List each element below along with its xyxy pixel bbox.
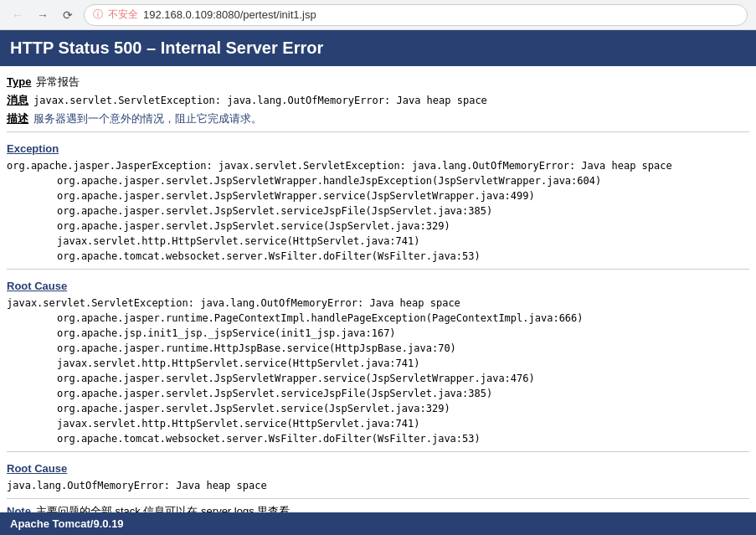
page-header: HTTP Status 500 – Internal Server Error <box>0 30 756 66</box>
exception-line-5: javax.servlet.http.HttpServlet.service(H… <box>7 234 749 249</box>
rc1-line-8: javax.servlet.http.HttpServlet.service(H… <box>7 416 749 431</box>
rc1-line-3: org.apache.jasper.runtime.HttpJspBase.se… <box>7 341 749 356</box>
exception-stacktrace: org.apache.jasper.JasperException: javax… <box>7 158 749 264</box>
exception-heading: Exception <box>7 142 59 155</box>
exception-line-2: org.apache.jasper.servlet.JspServletWrap… <box>7 188 749 203</box>
security-icon: ⓘ <box>93 8 103 22</box>
rc1-line-1: org.apache.jasper.runtime.PageContextImp… <box>7 311 749 326</box>
content-area: Type 异常报告 消息 javax.servlet.ServletExcept… <box>0 73 756 532</box>
exception-line-1: org.apache.jasper.servlet.JspServletWrap… <box>7 173 749 188</box>
footer-bar: Apache Tomcat/9.0.19 <box>0 512 756 532</box>
type-value: 异常报告 <box>36 75 80 90</box>
rc1-line-2: org.apache.jsp.init1_jsp._jspService(ini… <box>7 326 749 341</box>
root-cause-1-stacktrace: javax.servlet.ServletException: java.lan… <box>7 296 749 446</box>
rc1-line-0: javax.servlet.ServletException: java.lan… <box>7 296 749 311</box>
root-cause-2-heading: Root Cause <box>7 462 67 475</box>
rc2-line-0: java.lang.OutOfMemoryError: Java heap sp… <box>7 478 749 493</box>
footer-text: Apache Tomcat/9.0.19 <box>10 517 124 530</box>
divider-3 <box>7 451 749 452</box>
back-button[interactable]: ← <box>8 6 27 24</box>
rc1-line-9: org.apache.tomcat.websocket.server.WsFil… <box>7 431 749 446</box>
description-value: 服务器遇到一个意外的情况，阻止它完成请求。 <box>33 111 262 126</box>
type-label: Type <box>7 75 31 88</box>
exception-line-4: org.apache.jasper.servlet.JspServlet.ser… <box>7 219 749 234</box>
rc1-line-6: org.apache.jasper.servlet.JspServlet.ser… <box>7 386 749 401</box>
page-content: HTTP Status 500 – Internal Server Error … <box>0 30 756 532</box>
reload-button[interactable]: ⟳ <box>59 6 77 24</box>
divider-4 <box>7 498 749 499</box>
security-label: 不安全 <box>108 8 138 22</box>
root-cause-2-section: Root Cause java.lang.OutOfMemoryError: J… <box>7 457 749 493</box>
rc1-line-4: javax.servlet.http.HttpServlet.service(H… <box>7 356 749 371</box>
message-value: javax.servlet.ServletException: java.lan… <box>33 95 487 106</box>
rc1-line-7: org.apache.jasper.servlet.JspServlet.ser… <box>7 401 749 416</box>
page-title: HTTP Status 500 – Internal Server Error <box>10 39 323 57</box>
url-text: 192.168.0.109:8080/pertest/init1.jsp <box>143 8 316 21</box>
description-label: 描述 <box>7 111 28 126</box>
description-row: 描述 服务器遇到一个意外的情况，阻止它完成请求。 <box>7 111 749 126</box>
message-row: 消息 javax.servlet.ServletException: java.… <box>7 93 749 108</box>
root-cause-1-section: Root Cause javax.servlet.ServletExceptio… <box>7 275 749 446</box>
divider-2 <box>7 269 749 270</box>
exception-section: Exception org.apache.jasper.JasperExcept… <box>7 137 749 264</box>
forward-button[interactable]: → <box>33 6 52 24</box>
exception-line-6: org.apache.tomcat.websocket.server.WsFil… <box>7 249 749 264</box>
divider-1 <box>7 131 749 132</box>
message-label: 消息 <box>7 93 28 108</box>
address-bar[interactable]: ⓘ 不安全 192.168.0.109:8080/pertest/init1.j… <box>84 4 748 26</box>
root-cause-1-heading: Root Cause <box>7 280 67 292</box>
exception-line-3: org.apache.jasper.servlet.JspServlet.ser… <box>7 203 749 219</box>
type-row: Type 异常报告 <box>7 75 749 90</box>
exception-line-0: org.apache.jasper.JasperException: javax… <box>7 158 749 173</box>
root-cause-2-stacktrace: java.lang.OutOfMemoryError: Java heap sp… <box>7 478 749 493</box>
browser-bar: ← → ⟳ ⓘ 不安全 192.168.0.109:8080/pertest/i… <box>0 0 756 30</box>
rc1-line-5: org.apache.jasper.servlet.JspServletWrap… <box>7 371 749 386</box>
